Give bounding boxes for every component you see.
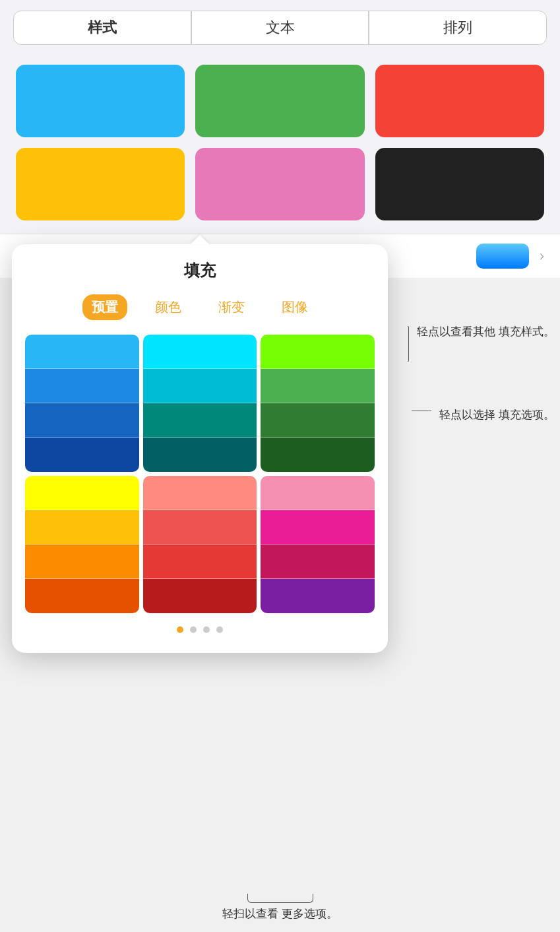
- fill-preview: [476, 244, 529, 269]
- color-column-cyan: [143, 335, 257, 472]
- color-cell[interactable]: [143, 335, 257, 369]
- color-cell[interactable]: [261, 369, 375, 403]
- top-panel: 样式 文本 排列 填充 ›: [0, 0, 560, 278]
- color-cell[interactable]: [25, 545, 139, 579]
- color-cell[interactable]: [261, 476, 375, 510]
- tab-text[interactable]: 文本: [191, 11, 369, 45]
- color-cell[interactable]: [261, 579, 375, 613]
- page-dots: [25, 626, 375, 633]
- swatch-green[interactable]: [195, 65, 364, 137]
- popup-tab-image[interactable]: 图像: [272, 294, 317, 320]
- color-cell[interactable]: [261, 335, 375, 369]
- color-cell[interactable]: [261, 438, 375, 472]
- color-cell[interactable]: [25, 579, 139, 613]
- color-column-pink: [261, 476, 375, 613]
- dot-3[interactable]: [203, 626, 210, 633]
- color-cell[interactable]: [25, 438, 139, 472]
- swatch-yellow[interactable]: [16, 148, 185, 220]
- color-cell[interactable]: [143, 369, 257, 403]
- color-cell[interactable]: [25, 476, 139, 510]
- callout-bottom-text: 轻扫以查看 更多选项。: [0, 906, 560, 923]
- callout-right-bottom: 轻点以选择 填充选项。: [412, 407, 555, 424]
- color-cell[interactable]: [25, 403, 139, 438]
- color-cell[interactable]: [25, 510, 139, 545]
- popup-tab-color[interactable]: 颜色: [146, 294, 191, 320]
- popup-color-grid: [25, 335, 375, 613]
- color-cell[interactable]: [261, 545, 375, 579]
- color-cell[interactable]: [143, 438, 257, 472]
- color-cell[interactable]: [143, 510, 257, 545]
- swatch-pink[interactable]: [195, 148, 364, 220]
- color-cell[interactable]: [25, 335, 139, 369]
- callout-right-top: 轻点以查看其他 填充样式。: [408, 323, 555, 362]
- tab-bar: 样式 文本 排列: [13, 11, 547, 45]
- dot-4[interactable]: [216, 626, 223, 633]
- tab-style[interactable]: 样式: [13, 11, 191, 45]
- popup-pointer: [191, 235, 209, 244]
- color-column-yellow: [25, 476, 139, 613]
- color-cell[interactable]: [261, 403, 375, 438]
- fill-arrow: ›: [540, 248, 544, 265]
- swatch-blue[interactable]: [16, 65, 185, 137]
- color-cell[interactable]: [143, 403, 257, 438]
- color-column-red: [143, 476, 257, 613]
- callout-right-bottom-text: 轻点以选择 填充选项。: [439, 407, 555, 424]
- swatch-red[interactable]: [375, 65, 544, 137]
- swatch-black[interactable]: [375, 148, 544, 220]
- color-column-blue: [25, 335, 139, 472]
- color-cell[interactable]: [25, 369, 139, 403]
- popup-tabs: 预置 颜色 渐变 图像: [25, 294, 375, 320]
- dot-2[interactable]: [190, 626, 197, 633]
- dot-1[interactable]: [177, 626, 183, 633]
- color-cell[interactable]: [261, 510, 375, 545]
- fill-popup: 填充 预置 颜色 渐变 图像: [12, 244, 388, 653]
- color-cell[interactable]: [143, 579, 257, 613]
- color-cell[interactable]: [143, 476, 257, 510]
- popup-title: 填充: [25, 260, 375, 281]
- popup-tab-gradient[interactable]: 渐变: [209, 294, 254, 320]
- callout-right-top-text: 轻点以查看其他 填充样式。: [417, 323, 555, 341]
- popup-tab-preset[interactable]: 预置: [82, 294, 127, 320]
- top-swatches-grid: [0, 58, 560, 234]
- color-cell[interactable]: [143, 545, 257, 579]
- color-column-green: [261, 335, 375, 472]
- tab-arrange[interactable]: 排列: [369, 11, 547, 45]
- callout-bottom: 轻扫以查看 更多选项。: [0, 894, 560, 923]
